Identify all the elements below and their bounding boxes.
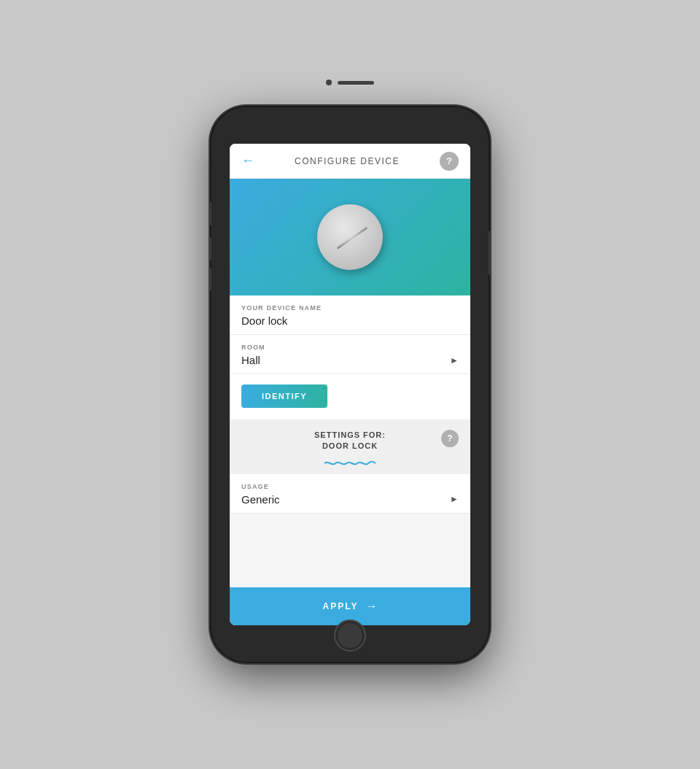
page-title: CONFIGURE DEVICE [295,156,400,166]
apply-arrow-icon: → [365,600,377,613]
identify-button[interactable]: IDENTIFY [241,384,327,408]
room-value: Hall [241,354,260,366]
settings-section: SETTINGS FOR: DOOR LOCK ? [230,420,470,474]
apply-label: APPLY [323,601,359,611]
form-section: YOUR DEVICE NAME Door lock ROOM Hall ► I… [230,295,470,420]
usage-section: USAGE Generic ► [230,474,470,514]
settings-header: SETTINGS FOR: DOOR LOCK ? [230,420,470,457]
usage-value: Generic [241,493,280,506]
camera-dot [326,80,332,85]
room-label: ROOM [241,344,459,351]
usage-chevron-icon: ► [450,494,459,504]
device-image [317,204,383,270]
device-name-label: YOUR DEVICE NAME [241,304,459,312]
settings-help-button[interactable]: ? [441,430,459,447]
wavy-decoration [230,460,470,467]
scroll-content: YOUR DEVICE NAME Door lock ROOM Hall ► I… [230,179,470,625]
phone-screen: ← CONFIGURE DEVICE ? YOUR DEVICE NAME Do… [230,144,470,625]
device-name-field[interactable]: YOUR DEVICE NAME Door lock [230,295,470,335]
room-chevron-icon: ► [450,355,459,366]
header-help-button[interactable]: ? [440,152,459,171]
device-name-value: Door lock [241,314,459,327]
device-image-area [230,179,470,295]
room-row: Hall ► [241,354,459,366]
usage-row: Generic ► [241,493,459,506]
back-button[interactable]: ← [241,153,254,169]
phone-frame: ← CONFIGURE DEVICE ? YOUR DEVICE NAME Do… [211,107,489,662]
identify-section: IDENTIFY [230,374,470,420]
settings-title: SETTINGS FOR: DOOR LOCK [241,430,459,452]
home-button[interactable] [334,619,366,652]
app-header: ← CONFIGURE DEVICE ? [230,144,470,179]
speaker-bar [338,81,374,85]
room-field[interactable]: ROOM Hall ► [230,335,470,374]
usage-field[interactable]: USAGE Generic ► [230,474,470,514]
usage-label: USAGE [241,483,459,490]
phone-top-bar [326,80,374,85]
